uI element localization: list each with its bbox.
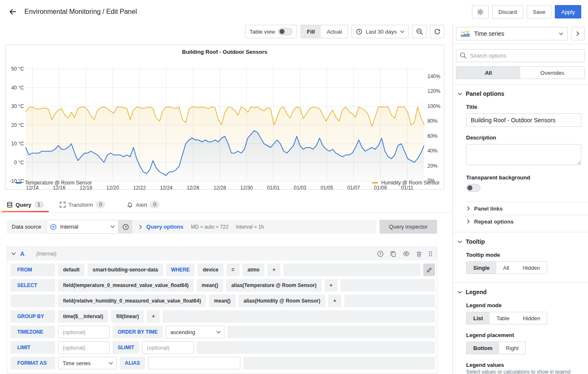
tooltip-mode-hidden[interactable]: Hidden xyxy=(516,262,546,274)
toggle-visibility-button[interactable] xyxy=(403,251,410,256)
legend-mode-hidden[interactable]: Hidden xyxy=(516,312,547,324)
discard-button[interactable]: Discard xyxy=(492,5,523,18)
datasource-select[interactable]: Internal xyxy=(46,220,119,234)
query-segment[interactable]: WHERE xyxy=(166,263,195,276)
query-help-button[interactable]: ? xyxy=(377,250,384,257)
query-keyword-blank xyxy=(11,295,55,307)
add-segment-button[interactable]: + xyxy=(328,295,341,307)
legend-mode-table[interactable]: Table xyxy=(490,312,516,324)
query-segment[interactable]: default xyxy=(58,263,84,276)
query-select-value: Time series xyxy=(63,360,109,366)
legend-section-header[interactable]: Legend xyxy=(453,283,588,300)
svg-text:01/05: 01/05 xyxy=(321,185,333,191)
transparent-background-toggle[interactable] xyxy=(466,184,480,192)
query-segment[interactable]: SLIMIT xyxy=(113,341,139,354)
query-input[interactable] xyxy=(148,357,240,369)
query-segment[interactable]: ALIAS xyxy=(120,357,145,369)
query-ref-id[interactable]: A xyxy=(20,250,24,257)
delete-query-button[interactable] xyxy=(416,251,422,257)
chevron-down-icon xyxy=(111,225,115,228)
query-header: A (Internal) ? xyxy=(7,247,437,261)
back-button[interactable] xyxy=(7,6,18,18)
duplicate-query-button[interactable] xyxy=(390,250,396,257)
panel-links-section-header[interactable]: Panel links xyxy=(466,202,588,215)
query-segment[interactable]: ORDER BY TIME xyxy=(113,326,163,338)
datasource-logo-icon xyxy=(50,224,57,230)
fit-actual-option[interactable]: Actual xyxy=(321,25,348,38)
query-rows: FROMdefaultsmart-building-sensor-dataWHE… xyxy=(7,261,437,374)
query-segment[interactable]: mean() xyxy=(209,295,235,307)
add-segment-button[interactable]: + xyxy=(267,263,280,276)
chevron-down-icon xyxy=(216,331,221,334)
tab-query[interactable]: Query 1 xyxy=(2,201,49,212)
query-segment[interactable]: field(temperature_0_measured_value_value… xyxy=(58,279,194,292)
collapse-options-pane-button[interactable] xyxy=(571,27,585,40)
query-input[interactable]: (optional) xyxy=(58,341,110,354)
legend-item-humidity[interactable]: Humidity @ Room Sensor xyxy=(372,180,440,186)
svg-text:20 °C: 20 °C xyxy=(11,122,24,128)
legend-item-temperature[interactable]: Temperature @ Room Sensor xyxy=(16,180,92,186)
fit-mode-group: Fill Actual xyxy=(301,25,348,38)
query-segment[interactable]: device xyxy=(198,263,223,276)
drag-dots-icon xyxy=(428,251,432,257)
zoom-out-button[interactable] xyxy=(412,25,427,38)
query-segment[interactable]: atmo xyxy=(243,263,265,276)
query-segment[interactable]: mean() xyxy=(197,279,223,292)
query-segment[interactable]: smart-building-sensor-data xyxy=(87,263,163,276)
apply-button[interactable]: Apply xyxy=(555,5,581,18)
legend-title: Legend xyxy=(466,289,487,295)
visualization-picker[interactable]: Time series xyxy=(456,27,568,40)
edit-raw-query-button[interactable] xyxy=(423,263,435,276)
time-range-picker[interactable]: Last 30 days xyxy=(351,25,409,38)
query-segment[interactable]: time($__interval) xyxy=(58,310,108,323)
table-view-toggle[interactable] xyxy=(278,28,293,35)
panel-settings-button[interactable] xyxy=(472,5,489,18)
chevron-right-icon xyxy=(467,219,470,224)
datasource-help-button[interactable]: ? xyxy=(119,220,132,234)
query-select[interactable]: Time series xyxy=(58,357,117,369)
query-select[interactable]: ascending xyxy=(166,326,224,338)
chevron-down-icon xyxy=(458,291,462,294)
query-input[interactable]: (optional) xyxy=(142,341,194,354)
filter-tab-overrides[interactable]: Overrides xyxy=(520,67,584,79)
query-segment[interactable]: = xyxy=(227,263,240,276)
add-segment-button[interactable]: + xyxy=(147,310,160,323)
tooltip-title: Tooltip xyxy=(466,238,485,245)
panel-preview: Building Roof - Outdoor Sensors 50 °C40 … xyxy=(5,45,444,190)
svg-text:12/18: 12/18 xyxy=(79,185,92,191)
search-options-input[interactable] xyxy=(456,49,585,62)
table-view-label: Table view xyxy=(250,29,275,35)
add-segment-button[interactable]: + xyxy=(324,279,338,292)
fit-fill-option[interactable]: Fill xyxy=(301,25,321,38)
query-input[interactable]: (optional) xyxy=(58,326,110,338)
panel-description-input[interactable] xyxy=(466,144,581,165)
filter-tab-all[interactable]: All xyxy=(456,67,520,79)
drag-handle-icon[interactable] xyxy=(428,251,432,257)
tooltip-mode-single[interactable]: Single xyxy=(467,262,496,274)
repeat-options-section-header[interactable]: Repeat options xyxy=(466,215,588,228)
svg-text:12/22: 12/22 xyxy=(133,185,146,191)
query-options-toggle[interactable]: Query options xyxy=(146,224,183,230)
tab-alert-count: 0 xyxy=(150,201,159,208)
tab-alert[interactable]: Alert 0 xyxy=(122,201,164,212)
tooltip-section-header[interactable]: Tooltip xyxy=(453,232,588,250)
query-segment[interactable]: field(relative_humidity_0_measured_value… xyxy=(58,295,206,307)
tooltip-mode-all[interactable]: All xyxy=(496,262,516,274)
legend-placement-right[interactable]: Right xyxy=(499,342,525,354)
tab-transform[interactable]: Transform 0 xyxy=(55,201,111,212)
query-inspector-button[interactable]: Query inspector xyxy=(380,220,437,234)
legend-placement-bottom[interactable]: Bottom xyxy=(467,342,499,354)
query-segment[interactable]: fill(linear) xyxy=(111,310,144,323)
legend-mode-list[interactable]: List xyxy=(467,312,490,324)
panel-options-section-header[interactable]: Panel options xyxy=(453,84,588,102)
query-segment[interactable]: alias(Temperature @ Room Sensor) xyxy=(226,279,322,292)
save-button[interactable]: Save xyxy=(527,5,552,18)
timeseries-chart[interactable]: 50 °C40 °C30 °C20 °C10 °C0 °C-10 °C140%1… xyxy=(5,45,444,203)
svg-text:20%: 20% xyxy=(427,163,438,169)
query-select-value: ascending xyxy=(170,329,216,335)
query-segment[interactable]: alias(Humidity @ Room Sensor) xyxy=(239,295,325,307)
chevron-down-icon xyxy=(400,30,404,33)
panel-title-input[interactable] xyxy=(466,113,581,127)
refresh-button[interactable] xyxy=(430,25,444,38)
chart-legend: Temperature @ Room Sensor Humidity @ Roo… xyxy=(16,180,440,186)
